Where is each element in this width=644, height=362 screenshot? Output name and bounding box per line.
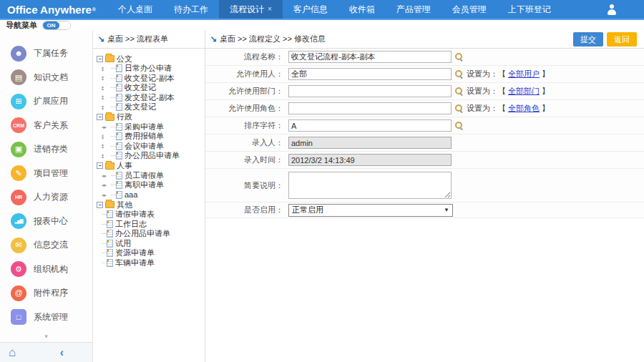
folder-icon: [105, 55, 114, 62]
menu-item-待办工作[interactable]: 待办工作: [163, 0, 219, 19]
sidebar-item-human-resources[interactable]: HR人力资源: [0, 185, 92, 210]
tree-item-会议申请单[interactable]: ▴▾会议申请单: [97, 142, 205, 152]
sort-char-input[interactable]: [288, 119, 452, 132]
user-button[interactable]: [606, 0, 617, 19]
tree-item-资源申请单[interactable]: 资源申请单: [97, 248, 205, 258]
menu-item-产品管理[interactable]: 产品管理: [386, 0, 441, 19]
app-logo: Office Anywhere®: [0, 0, 107, 19]
nav-toggle-bar: 导航菜单 ON: [0, 20, 644, 30]
enabled-select[interactable]: 正常启用▼: [288, 204, 453, 217]
tree-item-发文登记-副本[interactable]: ▴▾发文登记-副本: [97, 93, 205, 103]
sort-updown-icon[interactable]: ▴▾: [102, 75, 111, 81]
back-button[interactable]: 返回: [607, 32, 637, 47]
field-control: [288, 154, 644, 166]
sidebar-item-subordinate-tasks[interactable]: ☻下属任务: [0, 41, 92, 66]
menu-item-上下班登记[interactable]: 上下班登记: [497, 0, 562, 19]
sidebar-item-inventory[interactable]: ▣进销存类: [0, 137, 92, 162]
allowed-depts-input[interactable]: [288, 85, 452, 97]
sidebar-item-organization[interactable]: ⚙组织机构: [0, 258, 92, 282]
set-as-link-全部部门[interactable]: 全部部门: [508, 87, 540, 95]
menu-item-会员管理[interactable]: 会员管理: [441, 0, 497, 19]
tree-item-工作日志[interactable]: 工作日志: [97, 220, 205, 230]
tree-item-请假申请表[interactable]: 请假申请表: [97, 210, 205, 220]
sidebar-collapse-arrow[interactable]: ▾: [0, 332, 92, 342]
menu-item-个人桌面[interactable]: 个人桌面: [107, 0, 163, 19]
sort-updown-icon[interactable]: ▴▾: [102, 66, 111, 72]
collapse-toggle-icon[interactable]: [97, 202, 103, 208]
sort-leftright-icon[interactable]: ◂▸: [102, 124, 111, 129]
set-as-link-全部用户[interactable]: 全部用户: [508, 69, 540, 78]
sidebar-item-label: 系统管理: [34, 311, 68, 323]
sidebar-item-messaging[interactable]: ✉信息交流: [0, 233, 92, 258]
sidebar-item-label: 客户关系: [34, 119, 68, 132]
sidebar-item-report-center[interactable]: ▂▅▇报表中心: [0, 210, 92, 234]
tree-item-日常办公申请[interactable]: ▴▾日常办公申请: [97, 64, 205, 74]
sort-updown-icon[interactable]: ▴▾: [102, 143, 111, 149]
allowed-roles-input[interactable]: [288, 102, 452, 114]
search-icon[interactable]: [455, 122, 463, 129]
sidebar-item-project-mgmt[interactable]: ✎项目管理: [0, 162, 92, 186]
tree-item-采购申请单[interactable]: ◂▸采购申请单: [97, 122, 205, 132]
search-icon[interactable]: [455, 87, 463, 95]
nav-menu-toggle[interactable]: ON: [42, 21, 71, 30]
description-textarea[interactable]: [288, 172, 452, 199]
tab-close-icon[interactable]: ×: [268, 6, 272, 13]
tree-folder-人事[interactable]: 人事: [97, 161, 205, 171]
sort-updown-icon[interactable]: ▴▾: [102, 153, 111, 159]
tree-item-收文登记[interactable]: ▴▾收文登记: [97, 83, 205, 93]
sidebar-item-knowledge-docs[interactable]: ▤知识文档: [0, 66, 92, 90]
collapse-chevron-icon[interactable]: ‹: [60, 347, 64, 358]
tree-item-试用[interactable]: 试用: [97, 239, 205, 249]
tree-folder-其他[interactable]: 其他: [97, 200, 205, 210]
menu-item-客户信息[interactable]: 客户信息: [283, 0, 338, 19]
flow-name-input[interactable]: [288, 51, 452, 63]
tree-item-label: 发文登记: [125, 102, 156, 112]
tree-connector: [111, 97, 116, 98]
tree-item-车辆申请单[interactable]: 车辆申请单: [97, 258, 205, 268]
home-icon[interactable]: ⌂: [9, 346, 16, 358]
collapse-toggle-icon[interactable]: [97, 162, 103, 169]
sidebar-item-attachments[interactable]: @附件程序: [0, 281, 92, 305]
collapse-toggle-icon[interactable]: [97, 56, 103, 62]
tree-item-费用报销单[interactable]: ▴▾费用报销单: [97, 132, 205, 142]
menu-item-流程设计[interactable]: 流程设计×: [219, 0, 283, 19]
search-icon[interactable]: [455, 53, 463, 61]
tree-item-办公用品申请单[interactable]: ▴▾办公用品申请单: [97, 151, 205, 161]
tree-folder-行政[interactable]: 行政: [97, 112, 205, 122]
search-icon[interactable]: [455, 70, 463, 78]
create-time-input[interactable]: [288, 154, 452, 166]
tree-item-离职申请单[interactable]: ◂▸离职申请单: [97, 180, 205, 190]
sort-updown-icon[interactable]: ▴▾: [102, 94, 111, 100]
search-icon[interactable]: [455, 104, 463, 112]
sort-leftright-icon[interactable]: ◂▸: [102, 182, 111, 187]
tree-item-发文登记[interactable]: ▴▾发文登记: [97, 102, 205, 112]
flow-form: 流程名称：允许使用人：设置为：【 全部用户 】允许使用部门：设置为：【 全部部门…: [205, 49, 644, 362]
tree-folder-公文[interactable]: 公文: [97, 54, 205, 64]
submit-button[interactable]: 提交: [573, 32, 603, 47]
sort-leftright-icon[interactable]: ◂▸: [102, 173, 111, 178]
sort-updown-icon[interactable]: ▴▾: [102, 104, 111, 110]
bar-chart-icon: ▂▅▇: [11, 213, 26, 229]
document-icon: [107, 240, 113, 248]
menu-item-收件箱[interactable]: 收件箱: [338, 0, 386, 19]
tree-item-员工请假单[interactable]: ◂▸员工请假单: [97, 171, 205, 181]
sidebar-item-system-mgmt[interactable]: □系统管理: [0, 305, 92, 330]
collapse-toggle-icon[interactable]: [97, 114, 103, 120]
field-control: 正常启用▼: [288, 204, 644, 217]
allowed-users-input[interactable]: [288, 68, 452, 80]
set-as-prefix: 设置为：【: [467, 87, 508, 95]
sidebar-menu: ☻下属任务▤知识文档⊞扩展应用CRM客户关系▣进销存类✎项目管理HR人力资源▂▅…: [0, 30, 92, 332]
box-icon: ▣: [11, 142, 26, 157]
creator-input[interactable]: [288, 137, 452, 149]
sort-updown-icon[interactable]: ▴▾: [102, 85, 111, 91]
tree-item-aaa[interactable]: ◂▸aaa: [97, 190, 205, 200]
sort-updown-icon[interactable]: ▴▾: [102, 134, 111, 140]
sidebar-item-extended-apps[interactable]: ⊞扩展应用: [0, 89, 92, 114]
sort-leftright-icon[interactable]: ◂▸: [102, 192, 111, 197]
document-icon: [116, 94, 122, 102]
tree-item-收文登记-副本[interactable]: ▴▾收文登记-副本: [97, 74, 205, 84]
sidebar-item-customer-relations[interactable]: CRM客户关系: [0, 114, 92, 138]
field-control: 设置为：【 全部部门 】: [288, 85, 644, 97]
set-as-link-全部角色[interactable]: 全部角色: [508, 104, 540, 112]
tree-item-办公用品申请单[interactable]: 办公用品申请单: [97, 229, 205, 239]
